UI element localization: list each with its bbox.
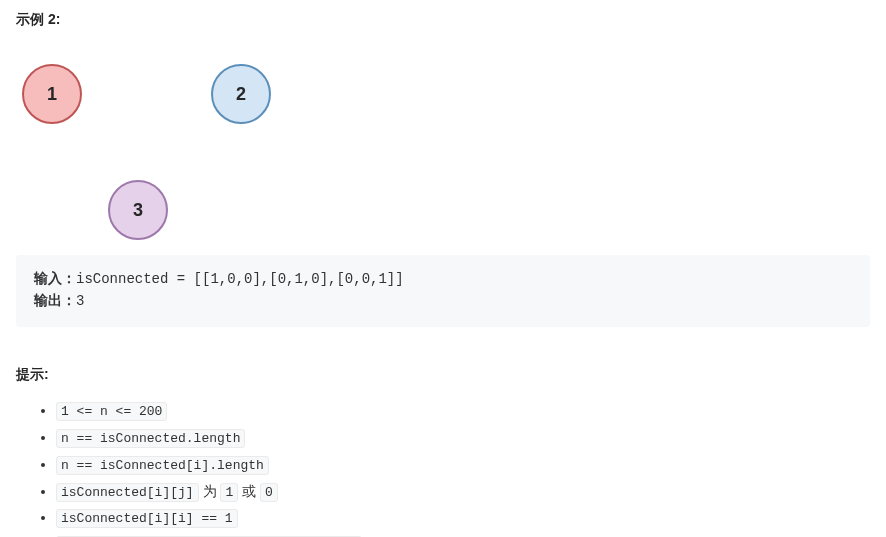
output-label: 输出： [34, 293, 76, 309]
constraint-code: isConnected[i][j] [56, 483, 199, 502]
constraint-code: n == isConnected[i].length [56, 456, 269, 475]
hints-list: 1 <= n <= 200 n == isConnected.length n … [56, 399, 870, 537]
hint-text: 为 [199, 483, 221, 499]
list-item: n == isConnected.length [56, 426, 870, 450]
hints-heading: 提示: [16, 363, 870, 385]
graph-diagram: 1 2 3 [16, 42, 870, 247]
list-item: n == isConnected[i].length [56, 453, 870, 477]
constraint-code: n == isConnected.length [56, 429, 245, 448]
hint-text: 或 [238, 483, 260, 499]
constraint-code: 1 [220, 483, 238, 502]
list-item: isConnected[i][j] == isConnected[j][i] [56, 533, 870, 537]
list-item: isConnected[i][i] == 1 [56, 506, 870, 530]
constraint-code: 0 [260, 483, 278, 502]
list-item: isConnected[i][j] 为 1 或 0 [56, 480, 870, 504]
constraint-code: 1 <= n <= 200 [56, 402, 167, 421]
graph-node-1: 1 [22, 64, 82, 124]
input-label: 输入： [34, 271, 76, 287]
input-value: isConnected = [[1,0,0],[0,1,0],[0,0,1]] [76, 271, 404, 287]
list-item: 1 <= n <= 200 [56, 399, 870, 423]
graph-node-3: 3 [108, 180, 168, 240]
example-code-block: 输入：isConnected = [[1,0,0],[0,1,0],[0,0,1… [16, 255, 870, 326]
output-value: 3 [76, 293, 84, 309]
example-heading: 示例 2: [16, 8, 870, 30]
constraint-code: isConnected[i][i] == 1 [56, 509, 238, 528]
graph-node-2: 2 [211, 64, 271, 124]
